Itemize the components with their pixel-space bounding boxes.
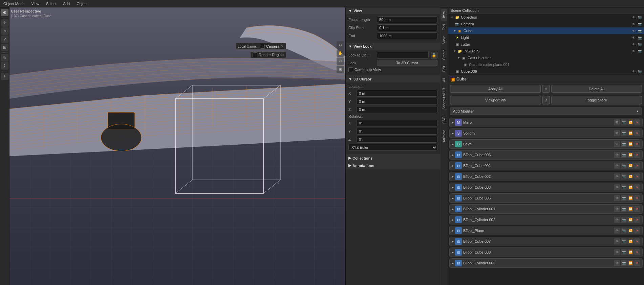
btool3-render[interactable]: 🔁 — [627, 173, 634, 180]
btool4-vis[interactable]: 👁 — [614, 184, 620, 190]
cube-render-icon[interactable]: 📷 — [637, 28, 643, 33]
close-camera-btn[interactable]: ✕ — [281, 44, 284, 49]
btool9-vis[interactable]: 👁 — [614, 238, 620, 244]
light-render-icon[interactable]: 📷 — [637, 35, 643, 40]
btool7-render[interactable]: 🔁 — [627, 217, 634, 223]
mirror-camera-icon[interactable]: 📷 — [621, 119, 627, 125]
outliner-item-cast-rib-plane[interactable]: ▣ Cast rib cutter plane.001 — [448, 61, 644, 68]
btool7-vis[interactable]: 👁 — [614, 217, 620, 223]
transform-tool[interactable]: ⊞ — [1, 44, 8, 51]
cutter-vis-icon[interactable]: 👁 — [631, 42, 637, 47]
move-tool[interactable]: ✛ — [1, 19, 8, 27]
btool3-delete[interactable]: ✕ — [634, 173, 640, 180]
cursor-rx-input[interactable] — [357, 120, 437, 126]
btool4-camera[interactable]: 📷 — [621, 184, 627, 190]
cursor-rz-input[interactable] — [357, 136, 437, 143]
tab-edit[interactable]: Edit — [441, 63, 447, 74]
pan-btn[interactable]: ✋ — [337, 49, 344, 57]
inserts-render-icon[interactable]: 📷 — [637, 48, 643, 54]
btool2-vis[interactable]: 👁 — [614, 163, 620, 169]
cursor-section-header[interactable]: ▼ 3D Cursor — [346, 76, 440, 82]
light-vis-icon[interactable]: 👁 — [631, 35, 637, 40]
view-all-btn[interactable]: ⊞ — [337, 66, 344, 73]
viewport-vis-btn[interactable]: Viewport Vis — [450, 96, 541, 104]
btool10-vis[interactable]: 👁 — [614, 249, 620, 255]
lock-to-obj-input[interactable] — [377, 52, 429, 58]
btool11-vis[interactable]: 👁 — [614, 260, 620, 266]
cube-vis-icon[interactable]: 👁 — [631, 28, 637, 33]
btool6-render[interactable]: 🔁 — [627, 206, 634, 212]
btool8-delete[interactable]: ✕ — [634, 228, 640, 234]
btool2-render[interactable]: 🔁 — [627, 163, 634, 169]
btool8-camera[interactable]: 📷 — [621, 228, 627, 234]
cube006-vis-icon[interactable]: 👁 — [631, 69, 637, 74]
outliner-item-cast-rib[interactable]: ▼ ▣ Cast rib cutter — [448, 54, 644, 61]
btool5-camera[interactable]: 📷 — [621, 195, 627, 201]
btool6-vis[interactable]: 👁 — [614, 206, 620, 212]
cursor-x-input[interactable] — [357, 90, 437, 97]
add-menu[interactable]: Add — [61, 1, 72, 6]
btool5-vis[interactable]: 👁 — [614, 195, 620, 201]
camera-vis-icon[interactable]: 👁 — [631, 21, 637, 27]
add-modifier-btn[interactable]: Add Modifier — [450, 108, 642, 115]
tab-tool[interactable]: Tool — [441, 21, 447, 33]
mirror-collapse-arrow[interactable]: ▶ — [452, 121, 454, 124]
mirror-delete-btn[interactable]: ✕ — [634, 119, 640, 125]
rotate-tool[interactable]: ↻ — [1, 27, 8, 35]
clip-end-input[interactable] — [377, 32, 437, 39]
bevel-camera-icon[interactable]: 📷 — [621, 141, 627, 147]
measure-tool[interactable]: ⌇ — [1, 62, 8, 70]
outliner-item-collection[interactable]: ▼ 📁 Collection 👁 📷 — [448, 14, 644, 21]
btool10-delete[interactable]: ✕ — [634, 249, 640, 255]
to-3d-cursor-btn[interactable]: To 3D Cursor — [377, 60, 437, 66]
tab-shortcut[interactable]: Shortcut VU.R — [441, 85, 447, 112]
viewport[interactable]: User Perspective (137) Cast rib cutter |… — [9, 7, 345, 285]
clip-start-input[interactable] — [377, 24, 437, 31]
tab-view[interactable]: View — [441, 34, 447, 47]
zoom-to-fit-btn[interactable]: ⊙ — [337, 41, 344, 49]
btool6-camera[interactable]: 📷 — [621, 206, 627, 212]
btool8-render[interactable]: 🔁 — [627, 228, 634, 234]
object-menu[interactable]: Object — [74, 1, 89, 6]
btool4-render[interactable]: 🔁 — [627, 184, 634, 190]
bevel-collapse-arrow[interactable]: ▶ — [452, 143, 454, 146]
tab-ssgi[interactable]: SSGI — [441, 113, 447, 126]
cursor-z-input[interactable] — [357, 106, 437, 113]
btool4-delete[interactable]: ✕ — [634, 184, 640, 190]
btool7-camera[interactable]: 📷 — [621, 217, 627, 223]
outliner-item-cube[interactable]: ▼ ▣ Cube 👁 📷 — [448, 27, 644, 34]
tab-create[interactable]: Create — [441, 47, 447, 63]
btool1-render[interactable]: 🔁 — [627, 152, 634, 158]
apply-all-btn[interactable]: Apply All — [450, 85, 541, 93]
local-camera-checkbox[interactable] — [260, 44, 265, 49]
btool11-render[interactable]: 🔁 — [627, 260, 634, 266]
solidify-render-icon[interactable]: 🔁 — [627, 130, 634, 136]
outliner-item-cube006[interactable]: ▣ Cube.006 👁 📷 — [448, 68, 644, 75]
tab-all[interactable]: All — [441, 75, 447, 85]
view-lock-header[interactable]: ▼ View Lock — [346, 43, 440, 50]
view-menu[interactable]: View — [29, 1, 41, 6]
btool1-arrow[interactable]: ▶ — [452, 153, 454, 157]
viewport-vis-expand-btn[interactable]: ↗ — [542, 96, 550, 104]
cursor-ry-input[interactable] — [357, 128, 437, 135]
view-section-header[interactable]: ▼ View — [346, 7, 440, 14]
btool1-delete[interactable]: ✕ — [634, 152, 640, 158]
btool7-delete[interactable]: ✕ — [634, 217, 640, 223]
add-tool[interactable]: + — [1, 73, 8, 80]
render-region-checkbox[interactable] — [253, 52, 257, 57]
inserts-vis-icon[interactable]: 👁 — [631, 48, 637, 54]
btool6-delete[interactable]: ✕ — [634, 206, 640, 212]
outliner-item-camera[interactable]: 📷 Camera 👁 📷 — [448, 21, 644, 27]
solidify-delete-btn[interactable]: ✕ — [634, 130, 640, 136]
annotate-tool[interactable]: ✎ — [1, 54, 8, 62]
collection-vis-icon[interactable]: 👁 — [631, 15, 637, 20]
cursor-y-input[interactable] — [357, 98, 437, 105]
cursor-tool[interactable]: ⊕ — [1, 9, 8, 16]
outliner-item-cutter[interactable]: ▣ cutter 👁 📷 — [448, 41, 644, 48]
btool11-delete[interactable]: ✕ — [634, 260, 640, 266]
btool5-render[interactable]: 🔁 — [627, 195, 634, 201]
bevel-render-icon[interactable]: 🔁 — [627, 141, 634, 147]
lock-to-obj-btn[interactable]: 🔒 — [431, 52, 437, 58]
annotations-header[interactable]: ▶ Annotations — [346, 162, 440, 169]
collection-render-icon[interactable]: 📷 — [637, 15, 643, 20]
